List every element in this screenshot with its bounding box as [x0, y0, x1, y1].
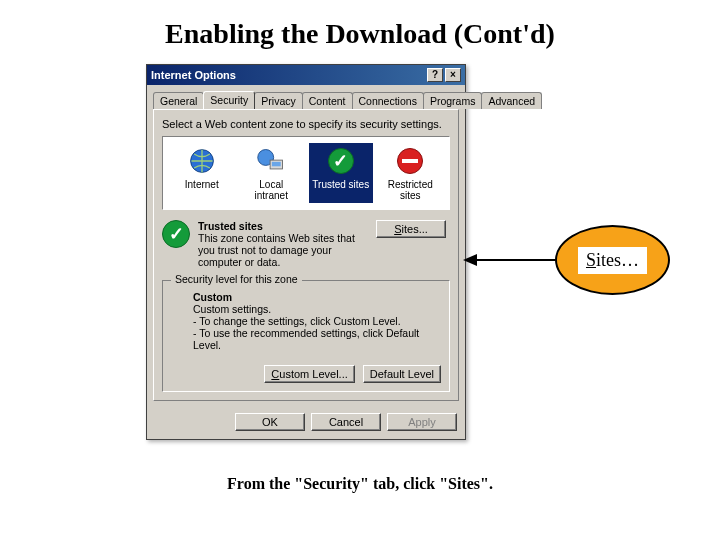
default-level-button[interactable]: Default Level	[363, 365, 441, 383]
callout-label: Sites…	[578, 247, 647, 274]
tab-general[interactable]: General	[153, 92, 204, 109]
custom-heading: Custom	[193, 291, 441, 303]
level-buttons: Custom Level... Default Level	[171, 365, 441, 383]
apply-button[interactable]: Apply	[387, 413, 457, 431]
tab-strip: General Security Privacy Content Connect…	[147, 85, 465, 109]
ok-button[interactable]: OK	[235, 413, 305, 431]
zone-restricted-sites[interactable]: Restricted sites	[378, 143, 442, 203]
tab-connections[interactable]: Connections	[352, 92, 424, 109]
group-label: Security level for this zone	[171, 273, 302, 285]
no-entry-icon	[394, 145, 426, 177]
trusted-description-row: ✓ Trusted sites This zone contains Web s…	[162, 220, 450, 268]
check-circle-icon: ✓	[325, 145, 357, 177]
panel-instruction: Select a Web content zone to specify its…	[162, 118, 450, 130]
zone-label: Internet	[172, 179, 232, 190]
security-level-group: Security level for this zone Custom Cust…	[162, 280, 450, 392]
cancel-button[interactable]: Cancel	[311, 413, 381, 431]
title-buttons: ? ×	[427, 68, 461, 82]
callout-ellipse: Sites…	[555, 225, 670, 295]
trusted-body: This zone contains Web sites that you tr…	[198, 232, 370, 268]
tab-security[interactable]: Security	[203, 91, 255, 109]
custom-line: Custom settings.	[193, 303, 441, 315]
arrow-icon	[463, 252, 557, 268]
intranet-icon	[255, 145, 287, 177]
custom-level-button[interactable]: Custom Level...	[264, 365, 354, 383]
callout: Sites…	[555, 225, 670, 295]
custom-line: - To change the settings, click Custom L…	[193, 315, 441, 327]
tab-advanced[interactable]: Advanced	[481, 92, 542, 109]
svg-marker-5	[463, 254, 477, 266]
zone-label: Trusted sites	[311, 179, 371, 190]
zone-trusted-sites[interactable]: ✓ Trusted sites	[309, 143, 373, 203]
security-panel: Select a Web content zone to specify its…	[153, 109, 459, 401]
trusted-heading: Trusted sites	[198, 220, 370, 232]
sites-button[interactable]: Sites...	[376, 220, 446, 238]
check-circle-icon: ✓	[162, 220, 192, 250]
sites-button-rest: ites...	[402, 223, 428, 235]
zone-label: Restricted sites	[380, 179, 440, 201]
close-button[interactable]: ×	[445, 68, 461, 82]
zone-list: Internet Local intranet ✓ Trusted sites …	[162, 136, 450, 210]
custom-line: - To use the recommended settings, click…	[193, 327, 441, 351]
slide-title: Enabling the Download (Cont'd)	[0, 18, 720, 50]
zone-internet[interactable]: Internet	[170, 143, 234, 203]
custom-block: Custom Custom settings. - To change the …	[193, 291, 441, 351]
dialog-buttons: OK Cancel Apply	[147, 407, 465, 439]
help-button[interactable]: ?	[427, 68, 443, 82]
globe-icon	[186, 145, 218, 177]
zone-local-intranet[interactable]: Local intranet	[239, 143, 303, 203]
dialog-title: Internet Options	[151, 69, 236, 81]
tab-privacy[interactable]: Privacy	[254, 92, 302, 109]
slide-caption: From the "Security" tab, click "Sites".	[0, 475, 720, 493]
titlebar: Internet Options ? ×	[147, 65, 465, 85]
svg-rect-3	[272, 162, 281, 166]
zone-label: Local intranet	[241, 179, 301, 201]
tab-programs[interactable]: Programs	[423, 92, 483, 109]
tab-content[interactable]: Content	[302, 92, 353, 109]
trusted-text: Trusted sites This zone contains Web sit…	[198, 220, 370, 268]
internet-options-dialog: Internet Options ? × General Security Pr…	[146, 64, 466, 440]
